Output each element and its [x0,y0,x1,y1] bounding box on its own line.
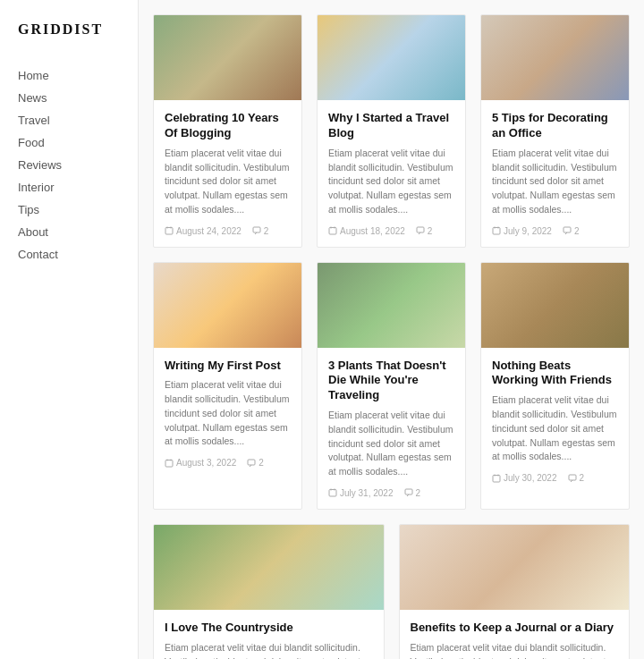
post-image-6 [481,263,629,348]
main-content: Celebrating 10 Years Of BloggingEtiam pl… [139,0,644,659]
post-card-3: 5 Tips for Decorating an OfficeEtiam pla… [480,14,630,248]
svg-rect-18 [564,227,571,232]
post-image-8 [400,525,630,610]
post-comments-6: 2 [568,473,585,483]
post-comments-5: 2 [404,488,421,498]
post-excerpt-3: Etiam placerat velit vitae dui blandit s… [492,147,618,217]
svg-rect-15 [493,228,500,235]
post-title-8[interactable]: Benefits to Keep a Journal or a Diary [411,621,619,636]
svg-rect-20 [165,460,173,467]
post-comments-3: 2 [563,226,580,236]
post-title-6[interactable]: Nothing Beats Working With Friends [492,359,618,389]
post-meta-5: July 31, 2022 2 [328,488,454,498]
sidebar-item-tips[interactable]: Tips [18,199,120,221]
post-date-5: July 31, 2022 [328,488,394,498]
svg-rect-13 [417,227,424,232]
post-meta-3: July 9, 2022 2 [492,226,618,236]
sidebar-item-home[interactable]: Home [18,64,120,87]
post-card-1: Celebrating 10 Years Of BloggingEtiam pl… [153,14,302,248]
sidebar-item-interior[interactable]: Interior [18,176,120,199]
sidebar-nav: HomeNewsTravelFoodReviewsInteriorTipsAbo… [18,64,120,659]
svg-rect-28 [405,489,412,494]
post-image-5 [318,263,465,348]
post-image-1 [154,15,301,100]
post-card-2: Why I Started a Travel BlogEtiam placera… [317,14,466,248]
bottom-posts: I Love The CountrysideEtiam placerat vel… [153,524,630,659]
site-logo: GRIDDIST [18,21,120,38]
post-excerpt-2: Etiam placerat velit vitae dui blandit s… [328,147,454,217]
post-date-3: July 9, 2022 [492,226,552,236]
sidebar-item-reviews[interactable]: Reviews [18,154,120,176]
post-title-3[interactable]: 5 Tips for Decorating an Office [492,111,618,141]
sidebar-item-news[interactable]: News [18,87,120,109]
sidebar-item-about[interactable]: About [18,221,120,243]
post-image-4 [154,263,301,348]
post-meta-2: August 18, 2022 2 [328,226,454,236]
post-excerpt-6: Etiam placerat velit vitae dui blandit s… [492,393,618,464]
post-meta-4: August 3, 2022 2 [165,458,291,468]
sidebar-item-travel[interactable]: Travel [18,109,120,131]
post-title-7[interactable]: I Love The Countryside [165,621,373,636]
post-image-2 [318,15,465,100]
post-title-4[interactable]: Writing My First Post [165,359,291,374]
svg-rect-30 [493,475,500,482]
post-card-7: I Love The CountrysideEtiam placerat vel… [153,524,385,659]
sidebar-item-contact[interactable]: Contact [18,243,120,266]
post-card-5: 3 Plants That Doesn't Die While You're T… [317,262,466,510]
post-image-3 [481,15,629,100]
svg-rect-8 [253,227,260,232]
post-title-2[interactable]: Why I Started a Travel Blog [328,111,454,141]
post-image-7 [154,525,384,610]
svg-rect-23 [248,460,255,465]
post-excerpt-1: Etiam placerat velit vitae dui blandit s… [165,147,291,217]
svg-rect-33 [569,475,576,480]
post-date-2: August 18, 2022 [328,226,405,236]
sidebar-item-food[interactable]: Food [18,131,120,154]
svg-rect-10 [329,228,336,235]
post-comments-2: 2 [416,226,433,236]
post-comments-1: 2 [252,226,269,236]
post-excerpt-7: Etiam placerat velit vitae dui blandit s… [165,641,373,659]
post-date-6: July 30, 2022 [492,473,557,483]
post-date-1: August 24, 2022 [165,226,242,236]
svg-rect-25 [329,490,336,497]
post-excerpt-4: Etiam placerat velit vitae dui blandit s… [165,378,291,449]
post-excerpt-8: Etiam placerat velit vitae dui blandit s… [411,641,619,659]
post-date-4: August 3, 2022 [165,458,236,468]
post-card-6: Nothing Beats Working With FriendsEtiam … [480,262,630,510]
post-title-1[interactable]: Celebrating 10 Years Of Blogging [165,111,291,141]
post-card-8: Benefits to Keep a Journal or a DiaryEti… [399,524,631,659]
post-comments-4: 2 [247,458,264,468]
svg-rect-5 [165,228,173,235]
posts-grid: Celebrating 10 Years Of BloggingEtiam pl… [153,14,630,510]
sidebar: GRIDDIST HomeNewsTravelFoodReviewsInteri… [0,0,139,659]
post-excerpt-5: Etiam placerat velit vitae dui blandit s… [328,409,454,479]
post-title-5[interactable]: 3 Plants That Doesn't Die While You're T… [328,359,454,404]
post-meta-1: August 24, 2022 2 [165,226,291,236]
post-meta-6: July 30, 2022 2 [492,473,618,483]
post-card-4: Writing My First PostEtiam placerat veli… [153,262,302,510]
